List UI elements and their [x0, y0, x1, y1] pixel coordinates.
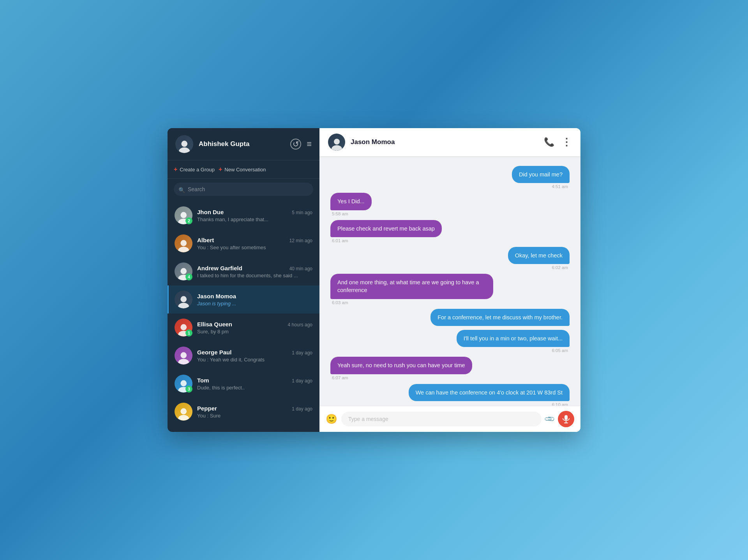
- tom-info: Tom 1 day ago Dude, this is perfect..: [197, 377, 312, 391]
- jason-preview: Jason is typing ...: [197, 301, 312, 306]
- message-bubble-1: Did you mail me?: [512, 166, 570, 183]
- svg-point-10: [180, 324, 187, 330]
- chat-contact-avatar: [328, 134, 345, 151]
- svg-point-2: [180, 212, 187, 218]
- user-avatar-icon: [178, 140, 191, 153]
- andrew-info: Andrew Garfield 40 min ago I talked to h…: [197, 265, 312, 278]
- tom-avatar-wrap: 3: [175, 375, 192, 393]
- sidebar-user-name: Abhishek Gupta: [199, 140, 290, 148]
- message-bubble-3: Please check and revert me back asap: [330, 220, 442, 237]
- messages-area: Did you mail me? 4:51 am Yes I Did... 5:…: [319, 157, 580, 406]
- sidebar-header: Abhishek Gupta ↺ ≡: [168, 128, 319, 160]
- new-conv-plus-icon: +: [219, 166, 222, 173]
- new-conversation-label: New Conversation: [224, 167, 266, 173]
- new-conversation-button[interactable]: + New Conversation: [219, 166, 266, 173]
- search-input[interactable]: [174, 183, 313, 196]
- jhon-due-name: Jhon Due: [197, 209, 224, 215]
- svg-point-1: [179, 147, 190, 153]
- andrew-time: 40 min ago: [289, 266, 312, 271]
- pepper-avatar-icon: [177, 407, 191, 421]
- message-bubble-9: We can have the conference on 4'o clock …: [409, 384, 570, 401]
- albert-info: Albert 12 min ago You : See you after so…: [197, 237, 312, 250]
- mic-icon: [563, 415, 570, 423]
- phone-icon[interactable]: 📞: [544, 137, 554, 147]
- svg-point-19: [332, 145, 342, 151]
- tom-badge: 3: [185, 386, 192, 393]
- tom-preview: Dude, this is perfect..: [197, 385, 312, 391]
- george-time: 1 day ago: [292, 350, 312, 356]
- create-group-plus-icon: +: [174, 166, 177, 173]
- message-row-7: I'll tell you in a min or two, please wa…: [330, 330, 570, 347]
- george-avatar: [175, 347, 192, 365]
- message-row-5: And one more thing, at what time are we …: [330, 274, 570, 299]
- attach-icon[interactable]: 📎: [543, 413, 556, 425]
- andrew-name: Andrew Garfield: [197, 265, 242, 271]
- svg-point-6: [180, 268, 187, 274]
- message-time-1: 4:51 am: [330, 184, 570, 189]
- ellisa-name: Ellisa Queen: [197, 321, 232, 328]
- conversation-item-jason-momoa[interactable]: Jason Momoa Jason is typing ...: [168, 285, 319, 313]
- message-row-2: Yes I Did...: [330, 193, 570, 210]
- pepper-info: Pepper 1 day ago You : Sure: [197, 405, 312, 419]
- albert-avatar-icon: [177, 239, 191, 253]
- message-input-area: 🙂 📎: [319, 406, 580, 432]
- albert-avatar-wrap: [175, 234, 192, 252]
- jhon-due-info: Jhon Due 5 min ago Thanks man, I appreci…: [197, 209, 312, 222]
- message-time-2: 5:58 am: [330, 211, 570, 216]
- message-time-7: 6:05 am: [330, 348, 570, 353]
- pepper-preview: You : Sure: [197, 413, 312, 419]
- tom-name: Tom: [197, 377, 209, 384]
- refresh-icon[interactable]: ↺: [290, 139, 301, 150]
- jhon-due-badge: 2: [185, 217, 192, 224]
- svg-rect-20: [565, 415, 568, 420]
- chat-contact-name: Jason Momoa: [351, 138, 544, 146]
- menu-icon[interactable]: ≡: [307, 140, 312, 148]
- ellisa-badge: 1: [185, 329, 192, 336]
- jason-avatar-icon: [177, 295, 191, 309]
- conversation-item-tom[interactable]: 3 Tom 1 day ago Dude, this is perfect..: [168, 370, 319, 398]
- message-row-3: Please check and revert me back asap: [330, 220, 570, 237]
- pepper-time: 1 day ago: [292, 406, 312, 412]
- message-row-9: We can have the conference on 4'o clock …: [330, 384, 570, 401]
- ellisa-info: Ellisa Queen 4 hours ago Sure, by 8 pm: [197, 321, 312, 335]
- svg-point-17: [178, 415, 189, 421]
- george-info: George Paul 1 day ago You : Yeah we did …: [197, 349, 312, 363]
- message-bubble-2: Yes I Did...: [330, 193, 372, 210]
- search-container: 🔍: [168, 179, 319, 201]
- conversation-item-jhon-due[interactable]: 2 Jhon Due 5 min ago Thanks man, I appre…: [168, 201, 319, 229]
- message-bubble-8: Yeah sure, no need to rush you can have …: [330, 357, 472, 374]
- conversation-item-albert[interactable]: Albert 12 min ago You : See you after so…: [168, 229, 319, 257]
- emoji-button[interactable]: 🙂: [326, 414, 337, 424]
- jhon-due-time: 5 min ago: [292, 210, 312, 215]
- more-options-icon[interactable]: ⋮: [561, 140, 572, 145]
- sidebar-actions: + Create a Group + New Conversation: [168, 160, 319, 179]
- svg-point-5: [178, 247, 189, 252]
- svg-point-12: [180, 352, 187, 358]
- conversation-item-george-paul[interactable]: George Paul 1 day ago You : Yeah we did …: [168, 342, 319, 370]
- create-group-button[interactable]: + Create a Group: [174, 166, 215, 173]
- chat-header: Jason Momoa 📞 ⋮: [319, 128, 580, 157]
- jhon-due-preview: Thanks man, I appreciate that...: [197, 217, 312, 222]
- conversation-item-pepper[interactable]: Pepper 1 day ago You : Sure: [168, 398, 319, 426]
- jason-info: Jason Momoa Jason is typing ...: [197, 293, 312, 306]
- app-container: Abhishek Gupta ↺ ≡ + Create a Group + Ne…: [168, 128, 580, 432]
- message-group-7: I'll tell you in a min or two, please wa…: [330, 330, 570, 353]
- conversation-item-andrew-garfield[interactable]: 4 Andrew Garfield 40 min ago I talked to…: [168, 257, 319, 285]
- conversations-list: 2 Jhon Due 5 min ago Thanks man, I appre…: [168, 201, 319, 432]
- chat-header-icons: 📞 ⋮: [544, 137, 572, 147]
- pepper-avatar: [175, 403, 192, 421]
- message-bubble-5: And one more thing, at what time are we …: [330, 274, 493, 299]
- andrew-badge: 4: [185, 273, 192, 280]
- pepper-name: Pepper: [197, 405, 217, 412]
- ellisa-time: 4 hours ago: [288, 322, 312, 328]
- mic-button[interactable]: [558, 411, 574, 427]
- message-group-8: Yeah sure, no need to rush you can have …: [330, 357, 570, 380]
- pepper-avatar-wrap: [175, 403, 192, 421]
- jason-name: Jason Momoa: [197, 293, 236, 299]
- tom-time: 1 day ago: [292, 378, 312, 384]
- conversation-item-ellisa-queen[interactable]: 1 Ellisa Queen 4 hours ago Sure, by 8 pm: [168, 313, 319, 342]
- message-time-8: 6:07 am: [330, 375, 570, 380]
- message-row-4: Okay, let me check: [330, 247, 570, 264]
- message-input[interactable]: [341, 412, 542, 426]
- message-time-4: 6:02 am: [330, 265, 570, 270]
